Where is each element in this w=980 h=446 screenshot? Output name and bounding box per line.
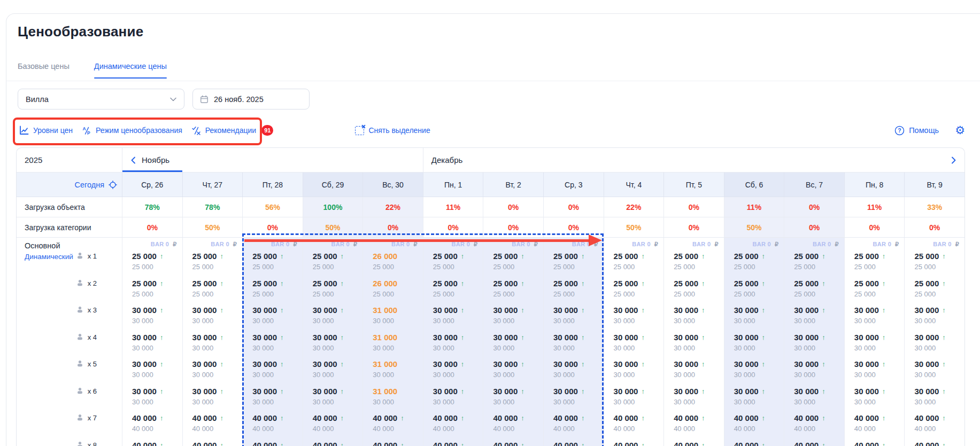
price-cell[interactable]: 25 000↑25 000 (544, 278, 604, 305)
price-cell[interactable]: 40 000↑40 000 (303, 412, 363, 440)
price-cell[interactable]: 30 000↑30 000 (483, 332, 543, 359)
price-cell[interactable]: 30 000↑30 000 (724, 304, 784, 332)
price-cell[interactable]: 30 000↑30 000 (905, 332, 964, 359)
price-cell[interactable]: 25 000↑25 000 (905, 251, 964, 278)
price-cell[interactable]: 31 00030 000 (363, 358, 423, 386)
price-cell[interactable]: 25 000↑25 000 (183, 278, 243, 305)
price-cell[interactable]: 26 00025 000 (363, 278, 423, 305)
day-header-cell[interactable]: Пт, 5 (663, 173, 724, 197)
price-cell[interactable]: 30 000↑30 000 (604, 358, 664, 386)
tab-dynamic-prices[interactable]: Динамические цены (94, 62, 167, 79)
price-cell[interactable]: 30 000↑30 000 (423, 304, 483, 332)
day-header-cell[interactable]: Ср, 26 (122, 173, 182, 197)
price-cell[interactable]: 30 000↑30 000 (845, 332, 905, 359)
price-cell[interactable]: 40 000↑40 000 (604, 412, 664, 440)
price-levels-button[interactable]: Уровни цен (19, 126, 73, 135)
tab-base-prices[interactable]: Базовые цены (18, 62, 70, 79)
price-cell[interactable]: 40 000↑40 000 (423, 440, 483, 446)
price-cell[interactable]: 40 000↑40 000 (724, 412, 784, 440)
price-cell[interactable]: 40 000↑40 000 (784, 412, 844, 440)
price-cell[interactable]: 30 000↑30 000 (303, 332, 363, 359)
price-cell[interactable]: 30 000↑30 000 (303, 304, 363, 332)
price-cell[interactable]: 30 000↑30 000 (303, 386, 363, 413)
price-cell[interactable]: 30 000↑30 000 (604, 304, 664, 332)
day-header-cell[interactable]: Пт, 28 (242, 173, 303, 197)
price-cell[interactable]: 25 000↑25 000 (905, 278, 964, 305)
price-cell[interactable]: 30 000↑30 000 (122, 358, 182, 386)
price-cell[interactable]: 40 000↑40 000 (483, 440, 543, 446)
price-cell[interactable]: 40 000↑40 000 (845, 412, 905, 440)
price-cell[interactable]: 40 000↑40 000 (122, 412, 182, 440)
price-cell[interactable]: 30 000↑30 000 (845, 304, 905, 332)
chevron-left-icon[interactable] (130, 157, 136, 164)
price-cell[interactable]: 30 000↑30 000 (664, 386, 724, 413)
price-cell[interactable]: 40 000↑40 000 (784, 440, 844, 446)
price-cell[interactable]: 25 000↑25 000 (845, 278, 905, 305)
price-cell[interactable]: 40 000↑40 000 (483, 412, 543, 440)
price-cell[interactable]: 30 000↑30 000 (243, 358, 303, 386)
price-cell[interactable]: 31 00030 000 (363, 386, 423, 413)
price-cell[interactable]: 30 000↑30 000 (784, 358, 844, 386)
price-cell[interactable]: 30 000↑30 000 (604, 332, 664, 359)
price-cell[interactable]: 30 000↑30 000 (905, 386, 964, 413)
price-cell[interactable]: 25 000↑25 000 (664, 251, 724, 278)
price-cell[interactable]: 25 000↑25 000 (604, 278, 664, 305)
price-cell[interactable]: 30 000↑30 000 (183, 304, 243, 332)
price-cell[interactable]: 30 000↑30 000 (483, 358, 543, 386)
price-cell[interactable]: 40 000↑40 000 (363, 412, 423, 440)
day-header-cell[interactable]: Вт, 9 (904, 173, 964, 197)
price-cell[interactable]: 30 000↑30 000 (845, 386, 905, 413)
price-cell[interactable]: 40 000↑40 000 (243, 412, 303, 440)
price-cell[interactable]: 25 000↑25 000 (845, 251, 905, 278)
price-cell[interactable]: 30 000↑30 000 (183, 386, 243, 413)
day-header-cell[interactable]: Сб, 6 (724, 173, 784, 197)
day-header-cell[interactable]: Чт, 27 (182, 173, 243, 197)
day-header-cell[interactable]: Пн, 8 (844, 173, 905, 197)
price-cell[interactable]: 25 000↑25 000 (784, 251, 844, 278)
price-cell[interactable]: 30 000↑30 000 (664, 304, 724, 332)
price-cell[interactable]: 25 000↑25 000 (784, 278, 844, 305)
price-cell[interactable]: 30 000↑30 000 (604, 386, 664, 413)
price-cell[interactable]: 30 000↑30 000 (664, 358, 724, 386)
price-cell[interactable]: 25 000↑25 000 (544, 251, 604, 278)
price-cell[interactable]: 30 000↑30 000 (544, 304, 604, 332)
gear-icon[interactable]: ⚙ (955, 125, 965, 136)
price-cell[interactable]: 25 000↑25 000 (664, 278, 724, 305)
price-cell[interactable]: 25 000↑25 000 (122, 251, 182, 278)
price-cell[interactable]: 30 000↑30 000 (183, 332, 243, 359)
price-cell[interactable]: 40 000↑40 000 (303, 440, 363, 446)
price-cell[interactable]: 30 000↑30 000 (122, 386, 182, 413)
price-cell[interactable]: 30 000↑30 000 (423, 358, 483, 386)
price-cell[interactable]: 25 000↑25 000 (243, 251, 303, 278)
price-cell[interactable]: 31 00030 000 (363, 332, 423, 359)
price-cell[interactable]: 30 000↑30 000 (243, 304, 303, 332)
price-cell[interactable]: 25 000↑25 000 (243, 278, 303, 305)
day-header-cell[interactable]: Ср, 3 (543, 173, 604, 197)
price-cell[interactable]: 26 00025 000 (363, 251, 423, 278)
price-cell[interactable]: 40 000↑40 000 (122, 440, 182, 446)
price-cell[interactable]: 30 000↑30 000 (724, 358, 784, 386)
price-cell[interactable]: 40 000↑40 000 (544, 412, 604, 440)
price-cell[interactable]: 25 000↑25 000 (303, 278, 363, 305)
price-cell[interactable]: 30 000↑30 000 (664, 332, 724, 359)
price-cell[interactable]: 30 000↑30 000 (122, 304, 182, 332)
price-cell[interactable]: 40 000↑40 000 (905, 440, 964, 446)
price-cell[interactable]: 40 000↑40 000 (544, 440, 604, 446)
price-cell[interactable]: 31 00030 000 (363, 304, 423, 332)
price-cell[interactable]: 30 000↑30 000 (483, 304, 543, 332)
day-header-cell[interactable]: Вс, 30 (362, 173, 423, 197)
price-cell[interactable]: 30 000↑30 000 (544, 386, 604, 413)
price-cell[interactable]: 30 000↑30 000 (784, 304, 844, 332)
price-cell[interactable]: 25 000↑25 000 (724, 251, 784, 278)
price-cell[interactable]: 25 000↑25 000 (122, 278, 182, 305)
price-cell[interactable]: 40 000↑40 000 (664, 440, 724, 446)
price-cell[interactable]: 30 000↑30 000 (243, 386, 303, 413)
day-header-cell[interactable]: Сб, 29 (303, 173, 363, 197)
price-cell[interactable]: 25 000↑25 000 (303, 251, 363, 278)
price-cell[interactable]: 30 000↑30 000 (845, 358, 905, 386)
price-cell[interactable]: 30 000↑30 000 (243, 332, 303, 359)
day-header-cell[interactable]: Вс, 7 (784, 173, 844, 197)
price-cell[interactable]: 25 000↑25 000 (183, 251, 243, 278)
today-button[interactable]: Сегодня (17, 173, 122, 197)
price-cell[interactable]: 30 000↑30 000 (303, 358, 363, 386)
